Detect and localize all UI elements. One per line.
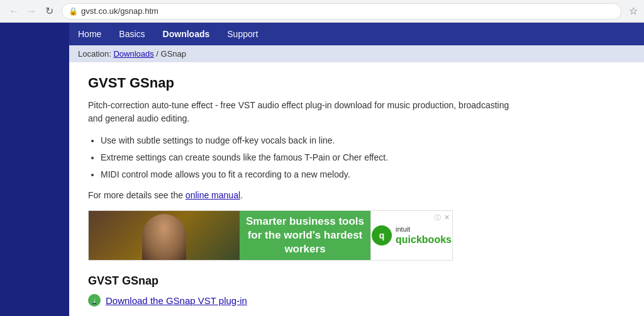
nav-support[interactable]: Support bbox=[218, 24, 267, 44]
download-link[interactable]: ↓ Download the GSnap VST plug-in bbox=[88, 294, 625, 307]
feature-item-2: Extreme settings can create sounds like … bbox=[101, 151, 625, 164]
download-section: GVST GSnap ↓ Download the GSnap VST plug… bbox=[88, 274, 625, 307]
qb-circle-icon: q bbox=[372, 225, 392, 245]
download-section-title: GVST GSnap bbox=[88, 274, 625, 288]
ad-person-figure bbox=[142, 214, 186, 261]
nav-bar: Home Basics Downloads Support bbox=[69, 23, 644, 45]
refresh-button[interactable]: ↻ bbox=[42, 4, 57, 19]
url-text: gvst.co.uk/gsnap.htm bbox=[81, 6, 614, 16]
manual-prefix: For more details see the bbox=[88, 190, 183, 200]
breadcrumb-downloads-link[interactable]: Downloads bbox=[113, 49, 153, 59]
breadcrumb-current: GSnap bbox=[161, 49, 186, 59]
breadcrumb-prefix: Location: bbox=[78, 49, 111, 59]
quickbooks-logo: q intuit quickbooks bbox=[372, 225, 452, 245]
qb-intuit-label: intuit bbox=[396, 225, 452, 234]
bookmark-star-icon[interactable]: ☆ bbox=[629, 5, 638, 17]
qb-brand-text: intuit quickbooks bbox=[396, 225, 452, 245]
feature-list: Use with subtle settings to nudge off-ke… bbox=[101, 134, 625, 181]
ad-info-icon[interactable]: ⓘ bbox=[435, 213, 441, 222]
address-bar[interactable]: 🔒 gvst.co.uk/gsnap.htm bbox=[62, 3, 621, 20]
nav-downloads[interactable]: Downloads bbox=[154, 24, 219, 44]
feature-item-1: Use with subtle settings to nudge off-ke… bbox=[101, 134, 625, 147]
content-area: Home Basics Downloads Support Location: … bbox=[69, 23, 644, 316]
nav-buttons: ← → ↻ bbox=[6, 4, 57, 19]
qb-letter: q bbox=[379, 230, 385, 240]
ad-banner: Smarter business tools for the world's h… bbox=[88, 210, 453, 261]
manual-suffix: . bbox=[240, 190, 243, 200]
nav-basics[interactable]: Basics bbox=[110, 24, 153, 44]
manual-text: For more details see the online manual. bbox=[88, 190, 625, 200]
lock-icon: 🔒 bbox=[69, 7, 78, 16]
page-wrapper: Home Basics Downloads Support Location: … bbox=[0, 23, 644, 316]
ad-green-section[interactable]: Smarter business tools for the world's h… bbox=[240, 211, 370, 260]
breadcrumb-separator: / bbox=[156, 49, 160, 59]
ad-green-text: Smarter business tools for the world's h… bbox=[245, 215, 365, 256]
download-link-text: Download the GSnap VST plug-in bbox=[106, 295, 247, 306]
feature-item-3: MIDI control mode allows you to fit a re… bbox=[101, 168, 625, 181]
sidebar bbox=[0, 23, 69, 316]
ad-image bbox=[89, 211, 240, 261]
browser-chrome: ← → ↻ 🔒 gvst.co.uk/gsnap.htm ☆ bbox=[0, 0, 644, 23]
download-icon: ↓ bbox=[88, 294, 101, 307]
ad-quickbooks-section[interactable]: ⓘ ✕ q intuit quickbooks bbox=[370, 211, 452, 260]
qb-quickbooks-label: quickbooks bbox=[396, 234, 452, 245]
breadcrumb: Location: Downloads / GSnap bbox=[69, 45, 644, 62]
back-button[interactable]: ← bbox=[6, 4, 21, 19]
page-description: Pitch-correction auto-tune effect - free… bbox=[88, 99, 516, 125]
ad-close-icon[interactable]: ✕ bbox=[444, 213, 450, 222]
nav-home[interactable]: Home bbox=[69, 24, 110, 44]
page-title: GVST GSnap bbox=[88, 75, 625, 91]
forward-button[interactable]: → bbox=[24, 4, 39, 19]
online-manual-link[interactable]: online manual bbox=[186, 190, 240, 200]
main-content: GVST GSnap Pitch-correction auto-tune ef… bbox=[69, 62, 644, 316]
